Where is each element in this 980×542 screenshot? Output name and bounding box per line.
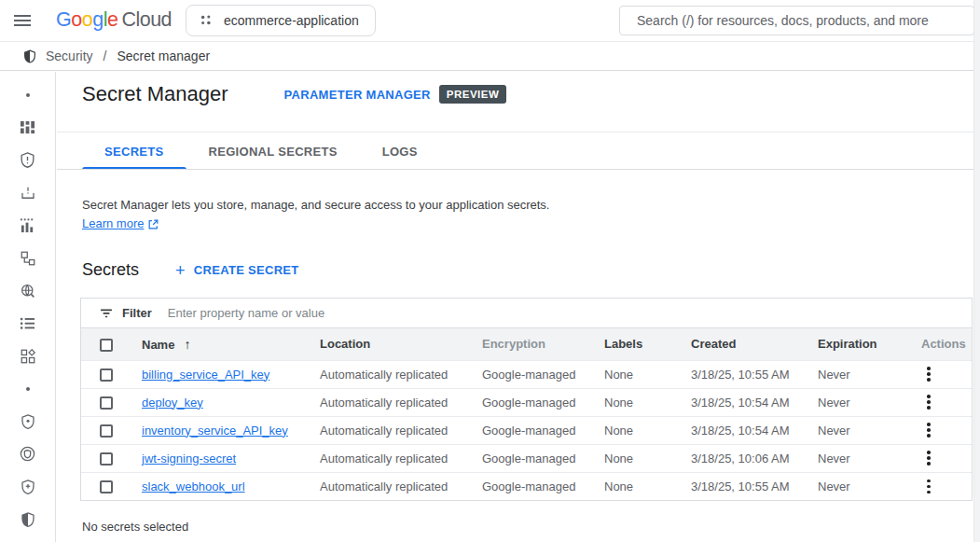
- learn-more-link[interactable]: Learn more: [82, 215, 159, 233]
- row-actions-kebab-icon[interactable]: [921, 476, 936, 498]
- security-shield-icon: [22, 49, 37, 64]
- list-icon[interactable]: [2, 307, 54, 340]
- project-selector-button[interactable]: ecommerce-application: [186, 5, 376, 36]
- tab-bar-divider: [57, 169, 973, 170]
- secret-name-link[interactable]: billing_service_API_key: [142, 368, 269, 382]
- plus-icon: +: [175, 264, 186, 277]
- parameter-manager-link[interactable]: PARAMETER MANAGER: [284, 88, 431, 102]
- globe-search-icon[interactable]: [2, 274, 54, 307]
- top-bar: GoogleCloud ecommerce-application: [0, 0, 980, 42]
- labels-cell: None: [595, 416, 682, 444]
- tab-logs[interactable]: LOGS: [360, 132, 440, 170]
- labels-cell: None: [595, 360, 682, 388]
- column-header-actions: Actions: [910, 328, 972, 360]
- table-row: slack_webhook_url Automatically replicat…: [81, 472, 972, 500]
- topology-icon[interactable]: [2, 242, 54, 274]
- nav-dot-icon[interactable]: [2, 372, 54, 405]
- column-header-location[interactable]: Location: [311, 328, 473, 360]
- logo-letter: o: [82, 8, 92, 31]
- bar-chart-icon[interactable]: [2, 209, 54, 242]
- external-link-icon: [147, 218, 159, 230]
- labels-cell: None: [595, 472, 682, 500]
- secret-name-link[interactable]: deploy_key: [142, 396, 203, 410]
- column-header-name[interactable]: Name↑: [132, 328, 311, 360]
- security-shield-icon[interactable]: [2, 503, 54, 535]
- row-checkbox[interactable]: [100, 480, 113, 493]
- secrets-heading: Secrets: [82, 260, 139, 280]
- secret-name-link[interactable]: inventory_service_API_key: [142, 424, 288, 438]
- shield-plus-icon[interactable]: [2, 470, 54, 503]
- description-line: Secret Manager lets you store, manage, a…: [82, 196, 549, 215]
- search-bar: [619, 6, 974, 35]
- breadcrumb-section[interactable]: Security: [46, 49, 93, 63]
- create-secret-button[interactable]: + CREATE SECRET: [168, 257, 307, 283]
- filter-label: Filter: [122, 306, 152, 320]
- description-text: Secret Manager lets you store, manage, a…: [82, 196, 549, 233]
- search-input[interactable]: [620, 7, 973, 35]
- preview-badge: PREVIEW: [439, 85, 507, 104]
- tab-secrets[interactable]: SECRETS: [82, 132, 186, 170]
- selection-status: No secrets selected: [82, 520, 188, 534]
- compliance-circle-icon[interactable]: [2, 438, 54, 470]
- inbox-alert-icon[interactable]: [2, 176, 54, 209]
- tab-bar: SECRETS REGIONAL SECRETS LOGS: [82, 132, 440, 170]
- page-header: Secret Manager PARAMETER MANAGER PREVIEW: [82, 82, 506, 106]
- created-cell: 3/18/25, 10:55 AM: [682, 360, 808, 388]
- select-all-checkbox[interactable]: [100, 339, 113, 352]
- created-cell: 3/18/25, 10:06 AM: [682, 444, 808, 472]
- encryption-cell: Google-managed: [473, 388, 595, 416]
- secret-name-link[interactable]: jwt-signing-secret: [142, 452, 236, 466]
- nav-dot-icon[interactable]: [2, 78, 54, 111]
- encryption-cell: Google-managed: [473, 444, 595, 472]
- main-content: Secret Manager PARAMETER MANAGER PREVIEW…: [57, 72, 973, 542]
- column-header-expiration[interactable]: Expiration: [808, 328, 910, 360]
- created-cell: 3/18/25, 10:54 AM: [682, 416, 808, 444]
- page-title: Secret Manager: [82, 82, 228, 106]
- location-cell: Automatically replicated: [311, 472, 473, 500]
- row-checkbox[interactable]: [100, 396, 113, 410]
- expiration-cell: Never: [808, 360, 910, 388]
- encryption-cell: Google-managed: [473, 472, 595, 500]
- column-header-labels[interactable]: Labels: [595, 328, 682, 360]
- shield-alert-icon[interactable]: [2, 144, 54, 176]
- location-cell: Automatically replicated: [311, 360, 473, 388]
- labels-cell: None: [595, 444, 682, 472]
- logo-letter: e: [107, 8, 117, 31]
- encryption-cell: Google-managed: [473, 360, 595, 388]
- project-name: ecommerce-application: [224, 13, 359, 28]
- filter-input[interactable]: [168, 306, 972, 320]
- expiration-cell: Never: [808, 472, 910, 500]
- logo-letter: G: [56, 8, 71, 31]
- shield-dot-icon[interactable]: [2, 405, 54, 438]
- row-actions-kebab-icon[interactable]: [921, 447, 936, 469]
- column-header-created[interactable]: Created: [682, 328, 808, 360]
- secret-name-link[interactable]: slack_webhook_url: [142, 479, 245, 493]
- row-checkbox[interactable]: [100, 424, 113, 438]
- dashboard-icon[interactable]: [2, 111, 54, 144]
- breadcrumb-page: Secret manager: [117, 49, 210, 63]
- filter-bar: Filter: [81, 299, 972, 328]
- google-cloud-logo: GoogleCloud: [56, 8, 172, 32]
- logo-cloud-text: Cloud: [121, 8, 172, 31]
- encryption-cell: Google-managed: [473, 416, 595, 444]
- row-actions-kebab-icon[interactable]: [921, 419, 936, 441]
- table-row: deploy_key Automatically replicated Goog…: [81, 388, 972, 416]
- row-checkbox[interactable]: [100, 368, 113, 382]
- row-actions-kebab-icon[interactable]: [921, 391, 936, 413]
- sort-ascending-icon[interactable]: ↑: [184, 337, 190, 352]
- created-cell: 3/18/25, 10:55 AM: [682, 472, 808, 500]
- secrets-table-card: Filter Name↑ Location Encryption Labels …: [80, 298, 973, 501]
- expiration-cell: Never: [808, 388, 910, 416]
- apps-icon[interactable]: [2, 340, 54, 372]
- project-icon: [199, 13, 214, 28]
- row-actions-kebab-icon[interactable]: [921, 363, 936, 385]
- location-cell: Automatically replicated: [311, 444, 473, 472]
- row-checkbox[interactable]: [100, 452, 113, 466]
- table-row: billing_service_API_key Automatically re…: [81, 360, 972, 388]
- menu-icon[interactable]: [13, 10, 35, 31]
- secrets-section-header: Secrets + CREATE SECRET: [82, 257, 307, 283]
- filter-icon: [99, 306, 114, 321]
- breadcrumb-separator: /: [104, 49, 107, 63]
- tab-regional-secrets[interactable]: REGIONAL SECRETS: [186, 132, 360, 170]
- scrollbar-track[interactable]: [973, 0, 980, 542]
